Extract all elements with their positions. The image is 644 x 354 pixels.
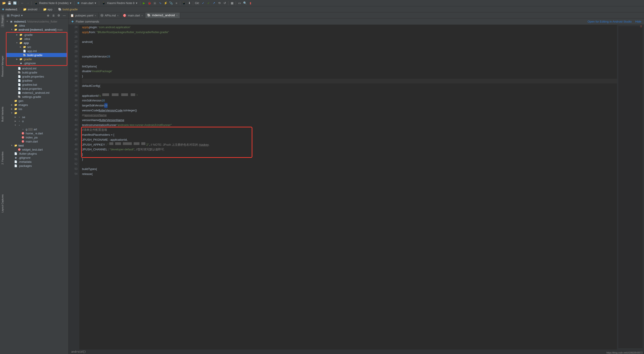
- code-line[interactable]: testInstrumentationRunner "androidx.test…: [82, 123, 617, 128]
- tab-project[interactable]: 1: Project: [1, 14, 4, 27]
- git-revert-icon[interactable]: ↺: [222, 1, 227, 6]
- code-line[interactable]: targetSdkVersion 28: [82, 103, 617, 108]
- sync-icon[interactable]: 🔄: [12, 1, 18, 6]
- tree-item[interactable]: ▶📁images: [5, 103, 68, 107]
- tree-item[interactable]: 🎯widget_test.dart: [5, 147, 68, 152]
- tab-resource-manager[interactable]: Resource Manager: [1, 54, 4, 78]
- git-push-icon[interactable]: ↗: [211, 1, 216, 6]
- tree-item[interactable]: 📄android.iml: [5, 66, 68, 70]
- tree-item[interactable]: 📄mdemo1_android.iml: [5, 91, 68, 95]
- run-config-selector[interactable]: ❖ main.dart ▾: [75, 1, 98, 5]
- hot-reload-icon[interactable]: ⚡: [163, 1, 168, 6]
- select-opened-file-icon[interactable]: ⊕: [46, 13, 50, 18]
- run-icon[interactable]: ▶: [141, 1, 147, 6]
- code-line[interactable]: JPUSH_APPKEY : "2", // NOTE: JPush 上注册的包…: [82, 142, 617, 147]
- breadcrumb-item[interactable]: 📁android: [23, 8, 37, 11]
- open-icon[interactable]: 📂: [1, 1, 7, 6]
- screenshot-icon[interactable]: ▭: [237, 1, 242, 6]
- editor-tab[interactable]: 📋pubspec.yaml×: [68, 13, 99, 18]
- attach-icon[interactable]: 📎: [168, 1, 174, 6]
- hide-icon[interactable]: —: [62, 13, 66, 18]
- tree-item[interactable]: ◆.gitignore: [6, 61, 67, 65]
- tree-item[interactable]: ▶📁src: [6, 45, 67, 49]
- coverage-icon[interactable]: ▣: [152, 1, 158, 6]
- tree-item[interactable]: 🐘build.gradle: [5, 70, 68, 74]
- tree-item[interactable]: 🎯main.dart: [5, 139, 68, 143]
- code-editor[interactable]: 2425262728293031323334353637383940414243…: [68, 25, 644, 349]
- search-icon[interactable]: 🔍: [242, 1, 248, 6]
- tree-item[interactable]: 🐘build.gradle: [6, 53, 67, 57]
- sidebar-title[interactable]: ▤Project▾: [7, 14, 23, 17]
- code-line[interactable]: disable 'InvalidPackage': [82, 69, 617, 74]
- tree-item[interactable]: ▼▫: [5, 123, 68, 127]
- hide-link[interactable]: Hide: [635, 20, 641, 23]
- code-line[interactable]: JPUSH_PKGNAME : applicationId,: [82, 137, 617, 142]
- tree-item[interactable]: 📄app.iml: [6, 49, 67, 53]
- tree-item[interactable]: ▶📁ios: [5, 107, 68, 111]
- tree-item[interactable]: 📁gen: [5, 99, 68, 103]
- code-line[interactable]: ///appversionName: [82, 113, 617, 118]
- save-all-icon[interactable]: 💾: [7, 1, 12, 6]
- code-line[interactable]: release {: [82, 172, 617, 177]
- breadcrumb-item[interactable]: ❖mdemo1: [2, 8, 17, 11]
- code-line[interactable]: [82, 88, 617, 93]
- editor-tab[interactable]: 🐘mdemo1_android×: [145, 13, 180, 18]
- code-line[interactable]: applicationId "c": [82, 93, 617, 98]
- tree-item[interactable]: ▶▫se: [5, 115, 68, 119]
- code-line[interactable]: }: [82, 157, 617, 162]
- tab-build-variants[interactable]: Build Variants: [1, 105, 4, 123]
- code-line[interactable]: versionName flutterVersionName: [82, 118, 617, 123]
- code-line[interactable]: apply plugin: 'com.android.application': [82, 25, 617, 30]
- forward-icon[interactable]: →: [25, 1, 30, 6]
- code-line[interactable]: buildTypes {: [82, 167, 617, 172]
- tree-item[interactable]: 📄local.properties: [5, 87, 68, 91]
- tree-item[interactable]: ▫gart: [5, 127, 68, 131]
- project-tree[interactable]: ▼▣mdemo1 /Volumes/code/mo_flutter📁.idea▼…: [5, 19, 68, 354]
- close-tab-icon[interactable]: ×: [176, 14, 178, 17]
- tree-item[interactable]: 🎯index_pa: [5, 135, 68, 139]
- code-line[interactable]: android {: [82, 40, 617, 45]
- code-line[interactable]: manifestPlaceholders = [: [82, 132, 617, 137]
- back-icon[interactable]: ←: [20, 1, 25, 6]
- breadcrumb-item[interactable]: 📁app: [43, 8, 52, 11]
- tree-item[interactable]: 📁.idea: [5, 24, 68, 28]
- git-update-icon[interactable]: ✓: [200, 1, 206, 6]
- tree-item[interactable]: ▶📁gradle: [6, 57, 67, 61]
- close-tab-icon[interactable]: ×: [141, 14, 143, 17]
- avd-icon[interactable]: 📱: [181, 1, 186, 6]
- device-selector-2[interactable]: 📱 Xiaomi Redmi Note 8 ▾: [100, 1, 139, 5]
- code-line[interactable]: apply from: "$flutterRoot/packages/flutt…: [82, 30, 617, 35]
- open-in-android-studio-link[interactable]: Open for Editing in Android Studio: [588, 20, 632, 23]
- tree-item[interactable]: 📄.metadata: [5, 160, 68, 164]
- editor-breadcrumb-bottom[interactable]: android{}: [68, 349, 644, 354]
- tree-item[interactable]: ▶▫o: [5, 119, 68, 123]
- editor-tab[interactable]: 🎯main.dart×: [121, 13, 145, 18]
- code-line[interactable]: [82, 45, 617, 49]
- tree-item[interactable]: ▼📁test: [5, 143, 68, 147]
- close-tab-icon[interactable]: ×: [95, 14, 96, 17]
- tree-item[interactable]: 📄gradlew: [5, 79, 68, 83]
- tree-item[interactable]: 📄gradlew.bat: [5, 83, 68, 87]
- code-line[interactable]: lintOptions {: [82, 64, 617, 69]
- tree-item[interactable]: 🎯home_ e.dart: [5, 131, 68, 135]
- tree-item[interactable]: 📄.packages: [5, 164, 68, 168]
- code-line[interactable]: //清单文件配置选项: [82, 127, 617, 132]
- code-line[interactable]: compileSdkVersion 28: [82, 54, 617, 59]
- tree-item[interactable]: 📁.idea: [6, 37, 67, 41]
- code-line[interactable]: [82, 49, 617, 54]
- code-line[interactable]: minSdkVersion 16: [82, 98, 617, 103]
- breadcrumb-item[interactable]: 🐘build.gradle: [58, 8, 78, 11]
- tree-item[interactable]: 📄.flutter-plugins: [5, 152, 68, 156]
- collapse-all-icon[interactable]: ⇊: [51, 13, 56, 18]
- profiler-icon[interactable]: ∿: [158, 1, 163, 6]
- sdk-icon[interactable]: ⬇: [186, 1, 192, 6]
- tree-item[interactable]: ▼📁android [mdemo1_android] mas: [5, 28, 68, 32]
- tree-item[interactable]: ▶📁.gradle: [6, 33, 67, 37]
- git-history-icon[interactable]: ⟲: [216, 1, 222, 6]
- code-body[interactable]: apply plugin: 'com.android.application'a…: [79, 25, 617, 349]
- tab-layout-captures[interactable]: Layout Captures: [1, 193, 4, 214]
- tree-item[interactable]: ▼📁: [5, 111, 68, 115]
- code-line[interactable]: }: [82, 74, 617, 79]
- tree-item[interactable]: ◆.gitignore: [5, 156, 68, 160]
- minimap[interactable]: [618, 26, 643, 348]
